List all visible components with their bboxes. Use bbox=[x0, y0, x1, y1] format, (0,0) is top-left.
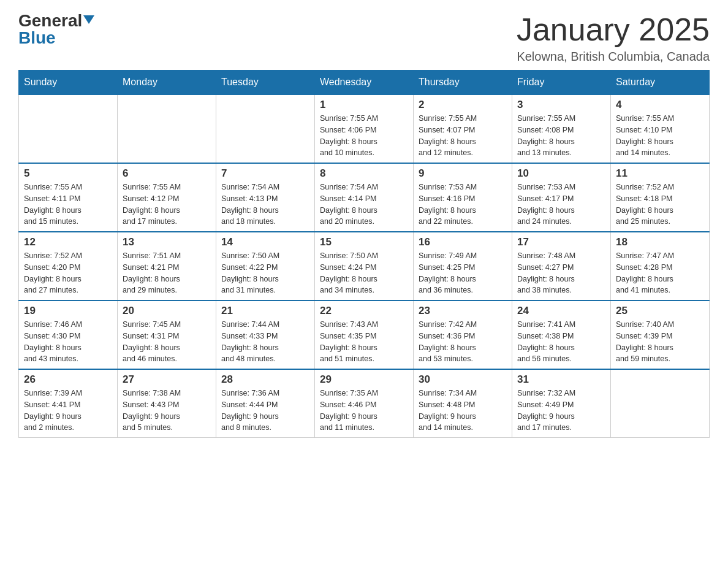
calendar-cell: 6Sunrise: 7:55 AM Sunset: 4:12 PM Daylig… bbox=[118, 163, 216, 232]
day-info: Sunrise: 7:39 AM Sunset: 4:41 PM Dayligh… bbox=[24, 388, 112, 434]
day-number: 4 bbox=[616, 99, 704, 111]
day-number: 27 bbox=[123, 373, 211, 386]
calendar-cell bbox=[216, 94, 315, 163]
day-info: Sunrise: 7:47 AM Sunset: 4:28 PM Dayligh… bbox=[616, 250, 704, 296]
calendar-cell: 1Sunrise: 7:55 AM Sunset: 4:06 PM Daylig… bbox=[315, 94, 414, 163]
day-of-week-header: Wednesday bbox=[315, 71, 414, 95]
day-info: Sunrise: 7:54 AM Sunset: 4:13 PM Dayligh… bbox=[221, 182, 309, 228]
day-number: 7 bbox=[221, 167, 309, 180]
day-of-week-header: Thursday bbox=[414, 71, 512, 95]
day-info: Sunrise: 7:44 AM Sunset: 4:33 PM Dayligh… bbox=[221, 319, 309, 365]
day-number: 21 bbox=[221, 305, 309, 317]
calendar-cell: 28Sunrise: 7:36 AM Sunset: 4:44 PM Dayli… bbox=[216, 369, 315, 438]
day-number: 8 bbox=[320, 167, 408, 180]
calendar-cell: 30Sunrise: 7:34 AM Sunset: 4:48 PM Dayli… bbox=[414, 369, 512, 438]
day-info: Sunrise: 7:55 AM Sunset: 4:06 PM Dayligh… bbox=[320, 113, 408, 159]
day-info: Sunrise: 7:55 AM Sunset: 4:11 PM Dayligh… bbox=[24, 182, 112, 228]
calendar-cell: 31Sunrise: 7:32 AM Sunset: 4:49 PM Dayli… bbox=[512, 369, 611, 438]
day-info: Sunrise: 7:43 AM Sunset: 4:35 PM Dayligh… bbox=[320, 319, 408, 365]
calendar-header-row: SundayMondayTuesdayWednesdayThursdayFrid… bbox=[19, 71, 710, 95]
day-info: Sunrise: 7:55 AM Sunset: 4:10 PM Dayligh… bbox=[616, 113, 704, 159]
day-number: 19 bbox=[24, 305, 112, 317]
calendar-cell: 21Sunrise: 7:44 AM Sunset: 4:33 PM Dayli… bbox=[216, 301, 315, 369]
day-info: Sunrise: 7:53 AM Sunset: 4:16 PM Dayligh… bbox=[419, 182, 507, 228]
day-info: Sunrise: 7:46 AM Sunset: 4:30 PM Dayligh… bbox=[24, 319, 112, 365]
calendar-cell: 13Sunrise: 7:51 AM Sunset: 4:21 PM Dayli… bbox=[118, 232, 216, 301]
calendar-cell: 5Sunrise: 7:55 AM Sunset: 4:11 PM Daylig… bbox=[19, 163, 118, 232]
day-number: 6 bbox=[123, 167, 211, 180]
day-number: 28 bbox=[221, 373, 309, 386]
calendar-cell bbox=[19, 94, 118, 163]
day-info: Sunrise: 7:52 AM Sunset: 4:20 PM Dayligh… bbox=[24, 250, 112, 296]
calendar-cell: 15Sunrise: 7:50 AM Sunset: 4:24 PM Dayli… bbox=[315, 232, 414, 301]
day-of-week-header: Tuesday bbox=[216, 71, 315, 95]
day-info: Sunrise: 7:42 AM Sunset: 4:36 PM Dayligh… bbox=[419, 319, 507, 365]
day-info: Sunrise: 7:50 AM Sunset: 4:22 PM Dayligh… bbox=[221, 250, 309, 296]
logo-triangle-icon bbox=[83, 15, 94, 24]
calendar-table: SundayMondayTuesdayWednesdayThursdayFrid… bbox=[18, 70, 710, 438]
day-info: Sunrise: 7:49 AM Sunset: 4:25 PM Dayligh… bbox=[419, 250, 507, 296]
day-of-week-header: Friday bbox=[512, 71, 611, 95]
day-info: Sunrise: 7:35 AM Sunset: 4:46 PM Dayligh… bbox=[320, 388, 408, 434]
day-info: Sunrise: 7:55 AM Sunset: 4:07 PM Dayligh… bbox=[419, 113, 507, 159]
title-section: January 2025 Kelowna, British Columbia, … bbox=[517, 12, 710, 64]
day-info: Sunrise: 7:45 AM Sunset: 4:31 PM Dayligh… bbox=[123, 319, 211, 365]
calendar-cell: 19Sunrise: 7:46 AM Sunset: 4:30 PM Dayli… bbox=[19, 301, 118, 369]
day-info: Sunrise: 7:34 AM Sunset: 4:48 PM Dayligh… bbox=[419, 388, 507, 434]
logo-blue-text: Blue bbox=[18, 28, 56, 47]
calendar-week-row: 19Sunrise: 7:46 AM Sunset: 4:30 PM Dayli… bbox=[19, 301, 710, 369]
day-info: Sunrise: 7:40 AM Sunset: 4:39 PM Dayligh… bbox=[616, 319, 704, 365]
day-info: Sunrise: 7:53 AM Sunset: 4:17 PM Dayligh… bbox=[517, 182, 605, 228]
page-header: GeneralBlue January 2025 Kelowna, Britis… bbox=[18, 12, 710, 64]
calendar-cell: 10Sunrise: 7:53 AM Sunset: 4:17 PM Dayli… bbox=[512, 163, 611, 232]
day-info: Sunrise: 7:36 AM Sunset: 4:44 PM Dayligh… bbox=[221, 388, 309, 434]
day-info: Sunrise: 7:32 AM Sunset: 4:49 PM Dayligh… bbox=[517, 388, 605, 434]
day-info: Sunrise: 7:54 AM Sunset: 4:14 PM Dayligh… bbox=[320, 182, 408, 228]
calendar-week-row: 26Sunrise: 7:39 AM Sunset: 4:41 PM Dayli… bbox=[19, 369, 710, 438]
calendar-cell: 29Sunrise: 7:35 AM Sunset: 4:46 PM Dayli… bbox=[315, 369, 414, 438]
calendar-week-row: 1Sunrise: 7:55 AM Sunset: 4:06 PM Daylig… bbox=[19, 94, 710, 163]
day-info: Sunrise: 7:55 AM Sunset: 4:08 PM Dayligh… bbox=[517, 113, 605, 159]
calendar-cell: 25Sunrise: 7:40 AM Sunset: 4:39 PM Dayli… bbox=[611, 301, 710, 369]
calendar-cell: 16Sunrise: 7:49 AM Sunset: 4:25 PM Dayli… bbox=[414, 232, 512, 301]
calendar-cell bbox=[118, 94, 216, 163]
day-number: 31 bbox=[517, 373, 605, 386]
day-number: 9 bbox=[419, 167, 507, 180]
location: Kelowna, British Columbia, Canada bbox=[517, 50, 710, 64]
calendar-week-row: 12Sunrise: 7:52 AM Sunset: 4:20 PM Dayli… bbox=[19, 232, 710, 301]
day-info: Sunrise: 7:38 AM Sunset: 4:43 PM Dayligh… bbox=[123, 388, 211, 434]
day-number: 18 bbox=[616, 236, 704, 248]
calendar-cell: 12Sunrise: 7:52 AM Sunset: 4:20 PM Dayli… bbox=[19, 232, 118, 301]
day-number: 2 bbox=[419, 99, 507, 111]
calendar-cell: 20Sunrise: 7:45 AM Sunset: 4:31 PM Dayli… bbox=[118, 301, 216, 369]
calendar-cell bbox=[611, 369, 710, 438]
calendar-cell: 3Sunrise: 7:55 AM Sunset: 4:08 PM Daylig… bbox=[512, 94, 611, 163]
calendar-cell: 14Sunrise: 7:50 AM Sunset: 4:22 PM Dayli… bbox=[216, 232, 315, 301]
day-number: 10 bbox=[517, 167, 605, 180]
day-of-week-header: Sunday bbox=[19, 71, 118, 95]
day-info: Sunrise: 7:55 AM Sunset: 4:12 PM Dayligh… bbox=[123, 182, 211, 228]
day-number: 14 bbox=[221, 236, 309, 248]
day-number: 13 bbox=[123, 236, 211, 248]
calendar-cell: 18Sunrise: 7:47 AM Sunset: 4:28 PM Dayli… bbox=[611, 232, 710, 301]
day-number: 24 bbox=[517, 305, 605, 317]
calendar-cell: 27Sunrise: 7:38 AM Sunset: 4:43 PM Dayli… bbox=[118, 369, 216, 438]
calendar-cell: 23Sunrise: 7:42 AM Sunset: 4:36 PM Dayli… bbox=[414, 301, 512, 369]
calendar-cell: 7Sunrise: 7:54 AM Sunset: 4:13 PM Daylig… bbox=[216, 163, 315, 232]
day-info: Sunrise: 7:52 AM Sunset: 4:18 PM Dayligh… bbox=[616, 182, 704, 228]
day-number: 15 bbox=[320, 236, 408, 248]
day-number: 12 bbox=[24, 236, 112, 248]
calendar-week-row: 5Sunrise: 7:55 AM Sunset: 4:11 PM Daylig… bbox=[19, 163, 710, 232]
day-number: 5 bbox=[24, 167, 112, 180]
day-number: 16 bbox=[419, 236, 507, 248]
day-number: 11 bbox=[616, 167, 704, 180]
day-number: 23 bbox=[419, 305, 507, 317]
day-info: Sunrise: 7:41 AM Sunset: 4:38 PM Dayligh… bbox=[517, 319, 605, 365]
day-number: 26 bbox=[24, 373, 112, 386]
day-number: 20 bbox=[123, 305, 211, 317]
logo-text: GeneralBlue bbox=[18, 12, 94, 47]
logo: GeneralBlue bbox=[18, 12, 94, 47]
calendar-cell: 17Sunrise: 7:48 AM Sunset: 4:27 PM Dayli… bbox=[512, 232, 611, 301]
day-number: 17 bbox=[517, 236, 605, 248]
month-title: January 2025 bbox=[517, 12, 710, 47]
